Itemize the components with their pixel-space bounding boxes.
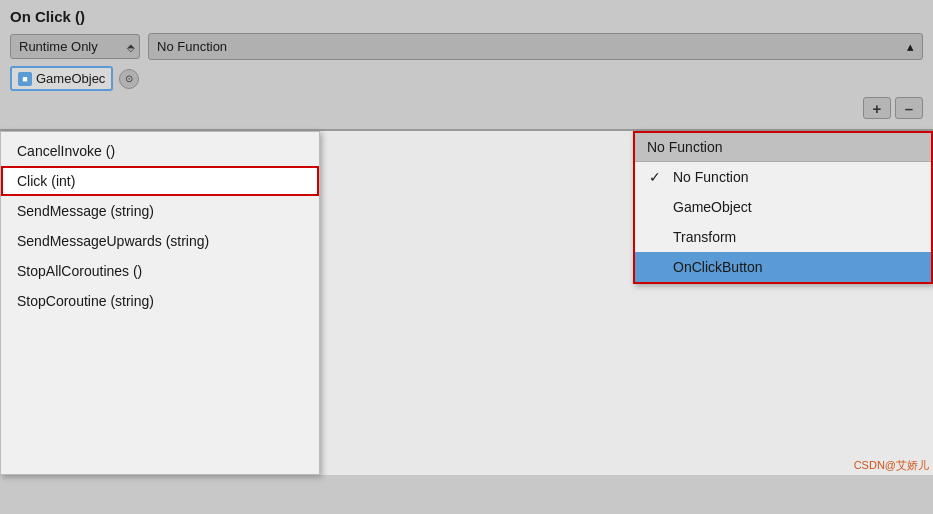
gameobject-label: GameObjec [36,71,105,86]
right-context-menu: No Function ✓ No Function GameObject Tra… [633,131,933,284]
checkmark-icon: ✓ [649,169,665,185]
watermark: CSDN@艾娇儿 [854,458,929,473]
left-context-menu: CancelInvoke () Click (int) SendMessage … [0,131,320,475]
right-menu-item-transform[interactable]: Transform [635,222,931,252]
on-click-title: On Click () [10,8,923,25]
controls-row: Runtime Only No Function ▴ [10,33,923,60]
right-item-transform-label: Transform [673,229,736,245]
runtime-select[interactable]: Runtime Only [10,34,140,59]
menu-item-send-message-upwards[interactable]: SendMessageUpwards (string) [1,226,319,256]
menu-item-click-int[interactable]: Click (int) [1,166,319,196]
right-item-gameobject-label: GameObject [673,199,752,215]
top-panel: On Click () Runtime Only No Function ▴ ■… [0,0,933,131]
right-item-no-function-label: No Function [673,169,748,185]
gameobject-icon: ■ [18,72,32,86]
no-function-dropdown[interactable]: No Function ▴ [148,33,923,60]
add-button[interactable]: + [863,97,891,119]
menu-item-send-message[interactable]: SendMessage (string) [1,196,319,226]
bottom-panel: CancelInvoke () Click (int) SendMessage … [0,131,933,475]
dropdown-arrow-icon: ▴ [907,39,914,54]
right-menu-item-gameobject[interactable]: GameObject [635,192,931,222]
menu-item-stop-all-coroutines[interactable]: StopAllCoroutines () [1,256,319,286]
right-menu-item-onclickbutton[interactable]: OnClickButton [635,252,931,282]
menu-item-cancel-invoke[interactable]: CancelInvoke () [1,136,319,166]
right-menu-item-no-function[interactable]: ✓ No Function [635,162,931,192]
plus-minus-row: + – [10,97,923,119]
menu-item-stop-coroutine[interactable]: StopCoroutine (string) [1,286,319,316]
runtime-select-wrapper[interactable]: Runtime Only [10,34,140,59]
target-button[interactable]: ⊙ [119,69,139,89]
remove-button[interactable]: – [895,97,923,119]
right-menu-header: No Function [635,133,931,162]
gameobject-row: ■ GameObjec ⊙ [10,66,923,91]
right-item-onclickbutton-label: OnClickButton [673,259,762,275]
gameobject-field[interactable]: ■ GameObjec [10,66,113,91]
no-function-label: No Function [157,39,227,54]
